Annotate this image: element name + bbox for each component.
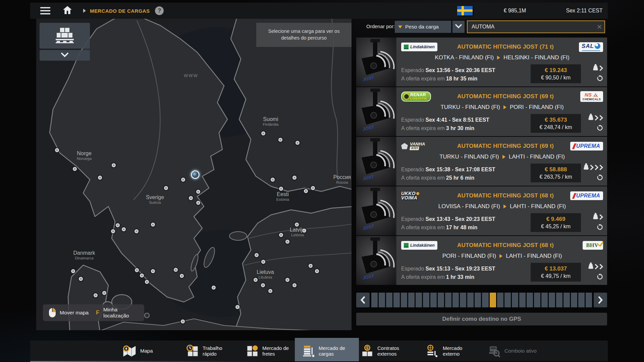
expires-label: A oferta expira em (401, 274, 445, 280)
nav-item-convoy[interactable]: Comboio ativo (481, 341, 544, 361)
page-block[interactable] (549, 293, 555, 307)
city-dot (116, 223, 120, 227)
set-gps-destination-button[interactable]: Definir como destino no GPS (356, 313, 607, 325)
page-block[interactable] (504, 293, 511, 307)
price-total: € 9.469 (546, 216, 566, 223)
page-block[interactable] (541, 293, 548, 307)
bottom-nav: Mapa Trabalho rápido Mercado de fretes M… (30, 341, 608, 361)
nav-item-contracts[interactable]: Contratos externos (354, 341, 418, 361)
cargo-detail-row: EsperadoSex 15:38 - Sex 17:08 EEST A ofe… (401, 163, 603, 182)
city-dot (94, 293, 98, 297)
menu-icon[interactable] (40, 7, 50, 14)
home-button[interactable] (63, 6, 72, 15)
page-block[interactable] (571, 293, 577, 307)
city-dot (295, 223, 299, 227)
weight-icon (593, 213, 598, 221)
page-block[interactable] (467, 293, 474, 307)
page-block[interactable] (393, 293, 400, 307)
convoy-icon (488, 345, 501, 357)
page-block[interactable] (430, 293, 437, 307)
page-block[interactable] (386, 293, 392, 307)
price-box: € 58.888 € 263,75 / km (531, 164, 581, 182)
page-block[interactable] (371, 293, 378, 307)
sender-company-logo: RENARLOGISTIK (401, 92, 431, 102)
page-block[interactable] (527, 293, 533, 307)
nav-item-map[interactable]: Mapa (115, 341, 160, 361)
city-dot (196, 190, 200, 194)
page-block[interactable] (497, 293, 503, 307)
route-arrow-icon (499, 254, 502, 258)
sort-dropdown[interactable]: Peso da carga (395, 21, 451, 33)
page-block[interactable] (556, 293, 562, 307)
page-block[interactable] (401, 293, 407, 307)
nav-label: Mercado externo (443, 345, 476, 357)
route-row: KOTKA - FINLAND (FI) HELSINKI - FINLAND … (401, 54, 603, 61)
page-block[interactable] (475, 293, 481, 307)
cargo-offer-card[interactable]: JOST UKKOVOIMA AUTOMATIC HITCHING JOST (… (356, 186, 607, 235)
city-dot (296, 141, 300, 145)
help-button[interactable]: ? (155, 6, 164, 15)
cargo-times: EsperadoSex 15:38 - Sex 17:08 EEST A ofe… (401, 166, 531, 182)
cargo-header-row: Lindakäinen AUTOMATIC HITCHING JOST (71 … (401, 40, 603, 54)
page-block[interactable] (482, 293, 488, 307)
page-block[interactable] (452, 293, 459, 307)
cargo-title: AUTOMATIC HITCHING JOST (68 t) (445, 192, 566, 199)
city-dot (304, 189, 308, 193)
page-block[interactable] (578, 293, 585, 307)
external-icon (426, 345, 439, 357)
page-block[interactable] (416, 293, 422, 307)
sort-open-button[interactable] (452, 21, 465, 33)
page-block[interactable] (586, 293, 592, 307)
price-box: € 35.673 € 248,74 / km (531, 114, 581, 133)
page-block-current[interactable] (490, 293, 496, 307)
city-dot (145, 280, 149, 284)
city-dot (112, 163, 116, 167)
city-dot (135, 229, 139, 233)
cargo-offer-card[interactable]: JOST Lindakäinen AUTOMATIC HITCHING JOST… (356, 236, 607, 285)
page-block[interactable] (379, 293, 385, 307)
breadcrumb: MERCADO DE CARGAS (90, 8, 150, 14)
cargo-card-body: RENARLOGISTIK AUTOMATIC HITCHING JOST (6… (396, 87, 607, 136)
cargo-offer-card[interactable]: JOST Lindakäinen AUTOMATIC HITCHING JOST… (356, 38, 607, 86)
cargo-offer-card[interactable]: JOST VANHAKIVI AUTOMATIC HITCHING JOST (… (356, 137, 607, 186)
route-to: LAHTI - FINLAND (FI) (510, 203, 566, 210)
page-block[interactable] (460, 293, 466, 307)
page-block[interactable] (445, 293, 451, 307)
receiver-company-logo: NSCHEMICALS (580, 91, 603, 102)
page-block[interactable] (519, 293, 526, 307)
route-arrow-icon (503, 204, 506, 208)
nav-item-external[interactable]: Mercado externo (419, 341, 483, 361)
move-map-label: Mover mapa (60, 310, 89, 316)
weight-icon (588, 114, 594, 122)
cargo-offer-card[interactable]: JOST RENARLOGISTIK AUTOMATIC HITCHING JO… (356, 87, 607, 136)
cargo-list: JOST Lindakäinen AUTOMATIC HITCHING JOST… (356, 38, 607, 286)
cargo-overview-button[interactable] (40, 23, 90, 49)
city-dot (164, 186, 168, 190)
page-block[interactable] (438, 293, 444, 307)
clear-search-icon[interactable] (594, 22, 604, 32)
sort-triangle-icon (398, 25, 402, 28)
nav-item-quickjob[interactable]: Trabalho rápido (179, 341, 243, 361)
sender-company-logo: Lindakäinen (401, 241, 437, 250)
page-next-button[interactable] (594, 293, 607, 307)
search-input[interactable] (468, 24, 594, 30)
page-block[interactable] (408, 293, 415, 307)
city-dot (292, 176, 297, 180)
expected-time: Sex 4:41 - Sex 8:51 EEST (426, 117, 489, 123)
page-block[interactable] (512, 293, 518, 307)
city-dot (196, 201, 200, 205)
collapse-button[interactable] (40, 50, 90, 61)
sweden-flag-icon (457, 6, 473, 15)
contracts-icon (361, 345, 374, 357)
expected-label: Esperado (401, 216, 424, 222)
nav-item-freight[interactable]: Mercado de fretes (238, 341, 303, 361)
page-block[interactable] (564, 293, 570, 307)
cargo-icons (585, 64, 603, 83)
page-block[interactable] (534, 293, 540, 307)
page-prev-button[interactable] (356, 293, 370, 307)
nav-item-cargo[interactable]: Mercado de cargas (295, 338, 359, 361)
page-block[interactable] (423, 293, 429, 307)
map-canvas[interactable]: WWW NorgeNoruegaSverigeSuéciaSuomiFinlân… (36, 19, 352, 330)
route-row: TURKU - FINLAND (FI) LAHTI - FINLAND (FI… (401, 154, 603, 160)
price-total: € 58.888 (545, 166, 567, 173)
